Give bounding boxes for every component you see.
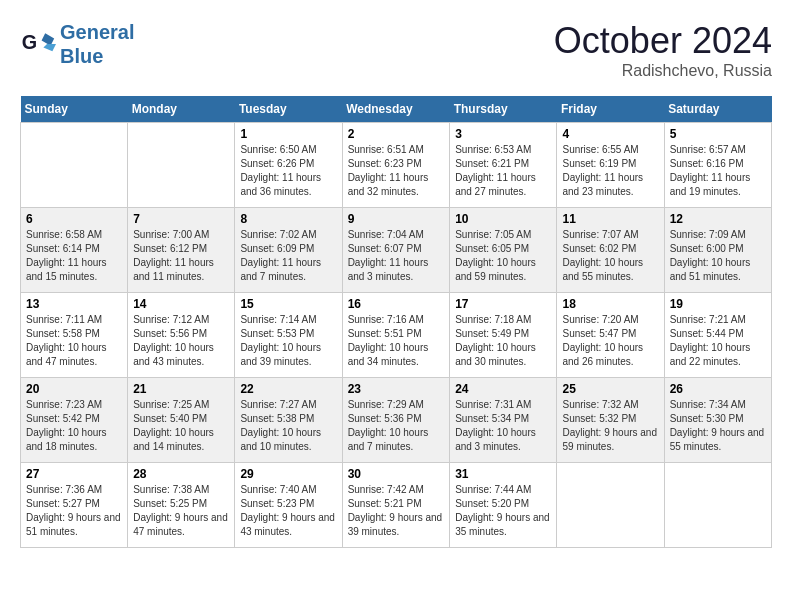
day-info: Sunrise: 7:11 AM Sunset: 5:58 PM Dayligh…	[26, 313, 122, 369]
day-number: 9	[348, 212, 445, 226]
calendar-cell: 4Sunrise: 6:55 AM Sunset: 6:19 PM Daylig…	[557, 123, 664, 208]
calendar-cell: 26Sunrise: 7:34 AM Sunset: 5:30 PM Dayli…	[664, 378, 771, 463]
calendar-table: SundayMondayTuesdayWednesdayThursdayFrid…	[20, 96, 772, 548]
day-number: 31	[455, 467, 551, 481]
calendar-week-row: 1Sunrise: 6:50 AM Sunset: 6:26 PM Daylig…	[21, 123, 772, 208]
calendar-cell: 21Sunrise: 7:25 AM Sunset: 5:40 PM Dayli…	[128, 378, 235, 463]
weekday-header-wednesday: Wednesday	[342, 96, 450, 123]
day-number: 3	[455, 127, 551, 141]
calendar-cell: 14Sunrise: 7:12 AM Sunset: 5:56 PM Dayli…	[128, 293, 235, 378]
calendar-cell: 16Sunrise: 7:16 AM Sunset: 5:51 PM Dayli…	[342, 293, 450, 378]
title-block: October 2024 Radishchevo, Russia	[554, 20, 772, 80]
calendar-cell: 30Sunrise: 7:42 AM Sunset: 5:21 PM Dayli…	[342, 463, 450, 548]
day-info: Sunrise: 7:09 AM Sunset: 6:00 PM Dayligh…	[670, 228, 766, 284]
weekday-header-thursday: Thursday	[450, 96, 557, 123]
calendar-week-row: 27Sunrise: 7:36 AM Sunset: 5:27 PM Dayli…	[21, 463, 772, 548]
day-number: 8	[240, 212, 336, 226]
weekday-header-sunday: Sunday	[21, 96, 128, 123]
day-info: Sunrise: 6:55 AM Sunset: 6:19 PM Dayligh…	[562, 143, 658, 199]
day-number: 14	[133, 297, 229, 311]
calendar-cell	[21, 123, 128, 208]
month-title: October 2024	[554, 20, 772, 62]
svg-text:G: G	[22, 31, 37, 53]
day-number: 24	[455, 382, 551, 396]
calendar-cell: 15Sunrise: 7:14 AM Sunset: 5:53 PM Dayli…	[235, 293, 342, 378]
calendar-cell: 20Sunrise: 7:23 AM Sunset: 5:42 PM Dayli…	[21, 378, 128, 463]
day-info: Sunrise: 7:05 AM Sunset: 6:05 PM Dayligh…	[455, 228, 551, 284]
calendar-week-row: 20Sunrise: 7:23 AM Sunset: 5:42 PM Dayli…	[21, 378, 772, 463]
day-info: Sunrise: 7:07 AM Sunset: 6:02 PM Dayligh…	[562, 228, 658, 284]
calendar-cell: 3Sunrise: 6:53 AM Sunset: 6:21 PM Daylig…	[450, 123, 557, 208]
day-number: 25	[562, 382, 658, 396]
day-number: 28	[133, 467, 229, 481]
day-info: Sunrise: 7:31 AM Sunset: 5:34 PM Dayligh…	[455, 398, 551, 454]
calendar-cell	[664, 463, 771, 548]
day-info: Sunrise: 7:27 AM Sunset: 5:38 PM Dayligh…	[240, 398, 336, 454]
calendar-cell	[557, 463, 664, 548]
calendar-week-row: 6Sunrise: 6:58 AM Sunset: 6:14 PM Daylig…	[21, 208, 772, 293]
day-info: Sunrise: 6:57 AM Sunset: 6:16 PM Dayligh…	[670, 143, 766, 199]
weekday-header-friday: Friday	[557, 96, 664, 123]
day-number: 21	[133, 382, 229, 396]
day-number: 7	[133, 212, 229, 226]
calendar-cell: 7Sunrise: 7:00 AM Sunset: 6:12 PM Daylig…	[128, 208, 235, 293]
day-info: Sunrise: 7:29 AM Sunset: 5:36 PM Dayligh…	[348, 398, 445, 454]
day-info: Sunrise: 7:20 AM Sunset: 5:47 PM Dayligh…	[562, 313, 658, 369]
logo: G General Blue	[20, 20, 134, 68]
calendar-cell: 18Sunrise: 7:20 AM Sunset: 5:47 PM Dayli…	[557, 293, 664, 378]
day-number: 15	[240, 297, 336, 311]
day-number: 2	[348, 127, 445, 141]
weekday-header-monday: Monday	[128, 96, 235, 123]
calendar-cell: 5Sunrise: 6:57 AM Sunset: 6:16 PM Daylig…	[664, 123, 771, 208]
calendar-cell: 24Sunrise: 7:31 AM Sunset: 5:34 PM Dayli…	[450, 378, 557, 463]
page-header: G General Blue October 2024 Radishchevo,…	[20, 20, 772, 80]
calendar-cell: 22Sunrise: 7:27 AM Sunset: 5:38 PM Dayli…	[235, 378, 342, 463]
day-info: Sunrise: 7:00 AM Sunset: 6:12 PM Dayligh…	[133, 228, 229, 284]
day-number: 19	[670, 297, 766, 311]
day-info: Sunrise: 7:32 AM Sunset: 5:32 PM Dayligh…	[562, 398, 658, 454]
day-info: Sunrise: 7:12 AM Sunset: 5:56 PM Dayligh…	[133, 313, 229, 369]
calendar-cell: 1Sunrise: 6:50 AM Sunset: 6:26 PM Daylig…	[235, 123, 342, 208]
day-number: 6	[26, 212, 122, 226]
logo-icon: G	[20, 26, 56, 62]
weekday-header-saturday: Saturday	[664, 96, 771, 123]
logo-text: General Blue	[60, 20, 134, 68]
weekday-header-tuesday: Tuesday	[235, 96, 342, 123]
calendar-cell	[128, 123, 235, 208]
calendar-cell: 13Sunrise: 7:11 AM Sunset: 5:58 PM Dayli…	[21, 293, 128, 378]
day-info: Sunrise: 7:36 AM Sunset: 5:27 PM Dayligh…	[26, 483, 122, 539]
calendar-cell: 17Sunrise: 7:18 AM Sunset: 5:49 PM Dayli…	[450, 293, 557, 378]
location: Radishchevo, Russia	[554, 62, 772, 80]
calendar-cell: 6Sunrise: 6:58 AM Sunset: 6:14 PM Daylig…	[21, 208, 128, 293]
day-info: Sunrise: 7:18 AM Sunset: 5:49 PM Dayligh…	[455, 313, 551, 369]
calendar-cell: 11Sunrise: 7:07 AM Sunset: 6:02 PM Dayli…	[557, 208, 664, 293]
day-number: 13	[26, 297, 122, 311]
day-number: 16	[348, 297, 445, 311]
day-info: Sunrise: 7:42 AM Sunset: 5:21 PM Dayligh…	[348, 483, 445, 539]
calendar-cell: 9Sunrise: 7:04 AM Sunset: 6:07 PM Daylig…	[342, 208, 450, 293]
weekday-header-row: SundayMondayTuesdayWednesdayThursdayFrid…	[21, 96, 772, 123]
svg-marker-2	[43, 44, 56, 51]
day-info: Sunrise: 7:44 AM Sunset: 5:20 PM Dayligh…	[455, 483, 551, 539]
day-info: Sunrise: 7:21 AM Sunset: 5:44 PM Dayligh…	[670, 313, 766, 369]
calendar-cell: 27Sunrise: 7:36 AM Sunset: 5:27 PM Dayli…	[21, 463, 128, 548]
day-number: 23	[348, 382, 445, 396]
svg-marker-1	[42, 33, 55, 46]
day-info: Sunrise: 6:51 AM Sunset: 6:23 PM Dayligh…	[348, 143, 445, 199]
day-number: 18	[562, 297, 658, 311]
calendar-cell: 25Sunrise: 7:32 AM Sunset: 5:32 PM Dayli…	[557, 378, 664, 463]
calendar-week-row: 13Sunrise: 7:11 AM Sunset: 5:58 PM Dayli…	[21, 293, 772, 378]
calendar-cell: 2Sunrise: 6:51 AM Sunset: 6:23 PM Daylig…	[342, 123, 450, 208]
day-number: 20	[26, 382, 122, 396]
day-info: Sunrise: 7:04 AM Sunset: 6:07 PM Dayligh…	[348, 228, 445, 284]
day-number: 26	[670, 382, 766, 396]
calendar-cell: 10Sunrise: 7:05 AM Sunset: 6:05 PM Dayli…	[450, 208, 557, 293]
calendar-cell: 31Sunrise: 7:44 AM Sunset: 5:20 PM Dayli…	[450, 463, 557, 548]
calendar-cell: 19Sunrise: 7:21 AM Sunset: 5:44 PM Dayli…	[664, 293, 771, 378]
day-number: 1	[240, 127, 336, 141]
calendar-cell: 28Sunrise: 7:38 AM Sunset: 5:25 PM Dayli…	[128, 463, 235, 548]
day-number: 4	[562, 127, 658, 141]
day-info: Sunrise: 7:02 AM Sunset: 6:09 PM Dayligh…	[240, 228, 336, 284]
day-info: Sunrise: 6:53 AM Sunset: 6:21 PM Dayligh…	[455, 143, 551, 199]
day-number: 29	[240, 467, 336, 481]
